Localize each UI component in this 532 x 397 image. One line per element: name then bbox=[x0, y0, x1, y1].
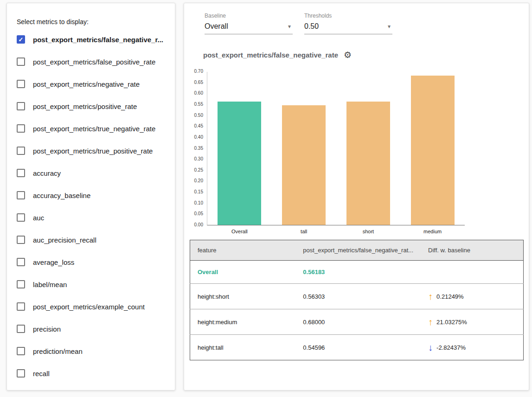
metric-checkbox[interactable]: ✓ bbox=[17, 280, 25, 288]
chevron-down-icon: ▾ bbox=[288, 23, 291, 30]
baseline-select: Baseline Overall ▾ bbox=[205, 13, 293, 34]
metrics-selector-title: Select metrics to display: bbox=[17, 18, 175, 26]
x-axis-label: tall bbox=[272, 229, 336, 234]
y-tick-label: 0.15 bbox=[194, 189, 203, 195]
y-tick-label: 0.10 bbox=[194, 200, 203, 206]
metric-item[interactable]: ✓ post_export_metrics/false_negative_r..… bbox=[7, 28, 175, 51]
y-tick-label: 0.55 bbox=[194, 102, 203, 107]
metric-item[interactable]: ✓ accuracy bbox=[7, 162, 175, 184]
metric-item[interactable]: ✓ precision bbox=[7, 318, 175, 340]
bar-tall[interactable] bbox=[282, 105, 326, 225]
metric-checkbox[interactable]: ✓ bbox=[17, 236, 25, 244]
value-cell: 0.68000 bbox=[295, 309, 421, 335]
y-axis: 0.000.050.100.150.200.250.300.350.400.45… bbox=[187, 72, 205, 225]
bars: Overalltallshortmedium bbox=[207, 72, 465, 225]
metric-checkbox[interactable]: ✓ bbox=[17, 258, 25, 266]
metric-checkbox[interactable]: ✓ bbox=[17, 35, 25, 44]
chart-title: post_export_metrics/false_negative_rate bbox=[203, 51, 338, 59]
metric-label: post_export_metrics/false_positive_rate bbox=[33, 58, 155, 66]
y-tick-label: 0.70 bbox=[194, 69, 203, 74]
metric-label: accuracy_baseline bbox=[33, 192, 90, 199]
y-tick-label: 0.65 bbox=[194, 80, 203, 85]
diff-value: 21.03275% bbox=[436, 319, 467, 326]
baseline-dropdown[interactable]: Overall ▾ bbox=[205, 21, 293, 34]
metric-label: post_export_metrics/false_negative_r... bbox=[33, 36, 163, 44]
metric-item[interactable]: ✓ recall bbox=[7, 362, 175, 384]
feature-cell: Overall bbox=[190, 261, 296, 284]
bar-medium[interactable] bbox=[411, 76, 455, 225]
bar-Overall[interactable] bbox=[218, 102, 261, 225]
metric-label: auc_precision_recall bbox=[33, 236, 96, 244]
y-tick-label: 0.40 bbox=[194, 134, 203, 140]
metric-label: post_export_metrics/positive_rate bbox=[33, 102, 137, 110]
metric-label: average_loss bbox=[33, 258, 74, 266]
metric-checkbox[interactable]: ✓ bbox=[17, 58, 25, 66]
arrow-down-icon: ↓ bbox=[428, 343, 433, 352]
diff-cell bbox=[421, 261, 523, 284]
baseline-label: Baseline bbox=[205, 13, 293, 19]
thresholds-label: Thresholds bbox=[304, 13, 392, 19]
col-header-metric: post_export_metrics/false_negative_rat..… bbox=[295, 240, 421, 261]
y-tick-label: 0.00 bbox=[194, 222, 203, 228]
diff-value: -2.82437% bbox=[436, 344, 466, 351]
feature-cell: height:tall bbox=[190, 335, 296, 360]
metric-checkbox[interactable]: ✓ bbox=[17, 169, 25, 177]
y-tick-label: 0.05 bbox=[194, 211, 203, 217]
diff-cell: ↓ -2.82437% bbox=[421, 335, 523, 360]
gear-icon[interactable]: ⚙ bbox=[344, 51, 352, 59]
chevron-down-icon: ▾ bbox=[388, 23, 391, 30]
y-tick-label: 0.45 bbox=[194, 123, 203, 129]
table-header-row: feature post_export_metrics/false_negati… bbox=[190, 240, 524, 261]
x-axis-label: short bbox=[336, 229, 401, 234]
metric-item[interactable]: ✓ accuracy_baseline bbox=[7, 184, 175, 206]
feature-cell: height:medium bbox=[190, 309, 296, 335]
metric-checkbox[interactable]: ✓ bbox=[17, 102, 25, 110]
metric-item[interactable]: ✓ average_loss bbox=[7, 251, 175, 273]
metric-label: post_export_metrics/negative_rate bbox=[33, 80, 140, 88]
y-tick-label: 0.60 bbox=[194, 90, 203, 96]
metric-label: prediction/mean bbox=[33, 347, 83, 355]
x-axis-label: medium bbox=[400, 229, 465, 234]
x-axis-label: Overall bbox=[207, 229, 272, 234]
metric-item[interactable]: ✓ post_export_metrics/positive_rate bbox=[7, 95, 175, 117]
diff-cell: ↑ 21.03275% bbox=[421, 309, 523, 335]
y-tick-label: 0.20 bbox=[194, 178, 203, 184]
metric-item[interactable]: ✓ post_export_metrics/negative_rate bbox=[7, 73, 175, 95]
metric-item[interactable]: ✓ prediction/mean bbox=[7, 340, 175, 362]
metric-item[interactable]: ✓ post_export_metrics/true_negative_rate bbox=[7, 117, 175, 140]
bar-chart: 0.000.050.100.150.200.250.300.350.400.45… bbox=[207, 72, 465, 225]
y-tick-label: 0.30 bbox=[194, 156, 203, 162]
y-tick-label: 0.50 bbox=[194, 113, 203, 118]
y-tick-label: 0.25 bbox=[194, 167, 203, 173]
metric-label: post_export_metrics/example_count bbox=[33, 303, 145, 311]
metric-checkbox[interactable]: ✓ bbox=[17, 147, 25, 155]
metric-checkbox[interactable]: ✓ bbox=[17, 124, 25, 133]
metric-checkbox[interactable]: ✓ bbox=[17, 80, 25, 88]
metric-checkbox[interactable]: ✓ bbox=[17, 213, 25, 222]
checkmark-icon: ✓ bbox=[19, 37, 24, 43]
metric-item[interactable]: ✓ post_export_metrics/false_positive_rat… bbox=[7, 51, 175, 73]
metric-item[interactable]: ✓ label/mean bbox=[7, 273, 175, 295]
value-cell: 0.56183 bbox=[295, 261, 421, 284]
metric-item[interactable]: ✓ auc bbox=[7, 206, 175, 229]
metric-checkbox[interactable]: ✓ bbox=[17, 325, 25, 333]
metrics-selector-panel: Select metrics to display: ✓ post_export… bbox=[6, 3, 175, 391]
metric-item[interactable]: ✓ auc_precision_recall bbox=[7, 229, 175, 251]
metric-item[interactable]: ✓ post_export_metrics/true_positive_rate bbox=[7, 140, 175, 162]
metric-checkbox[interactable]: ✓ bbox=[17, 191, 25, 199]
bar-short[interactable] bbox=[346, 102, 390, 225]
bar-slot: short bbox=[336, 72, 401, 225]
value-cell: 0.54596 bbox=[295, 335, 421, 360]
arrow-up-icon: ↑ bbox=[428, 292, 433, 301]
metric-checkbox[interactable]: ✓ bbox=[17, 347, 25, 355]
metric-label: recall bbox=[33, 370, 50, 378]
thresholds-selected-value: 0.50 bbox=[304, 22, 319, 31]
results-panel: Baseline Overall ▾ Thresholds 0.50 ▾ pos… bbox=[184, 3, 529, 391]
metric-label: post_export_metrics/true_positive_rate bbox=[33, 147, 153, 155]
metric-item[interactable]: ✓ post_export_metrics/example_count bbox=[7, 295, 175, 318]
arrow-up-icon: ↑ bbox=[428, 317, 433, 327]
metric-checkbox[interactable]: ✓ bbox=[17, 302, 25, 311]
thresholds-dropdown[interactable]: 0.50 ▾ bbox=[304, 21, 392, 34]
thresholds-select: Thresholds 0.50 ▾ bbox=[304, 13, 392, 34]
metric-checkbox[interactable]: ✓ bbox=[17, 369, 25, 378]
